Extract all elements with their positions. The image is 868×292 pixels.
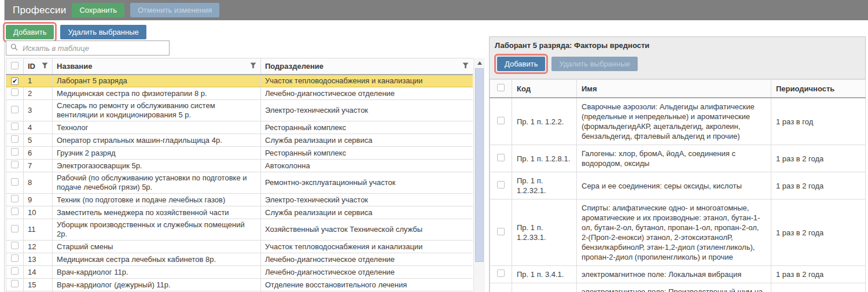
page-title: Профессии	[13, 5, 66, 16]
window-edge-line	[4, 0, 5, 292]
profession-row[interactable]: 15Врач-кардиолог (дежурный) 11р.Отделени…	[6, 279, 473, 291]
harmful-factors-table-body: Пр. 1 п. 1.2.2.Сварочные аэрозоли: Альде…	[490, 98, 866, 292]
row-checkbox[interactable]	[497, 269, 505, 277]
table-search-box	[6, 40, 170, 56]
harmful-factor-row[interactable]: Пр. 1 п. 1.2.33.1.Спирты: алифатические …	[490, 199, 866, 266]
profession-row[interactable]: 5Оператор стиральных машин-гладильщица 4…	[6, 134, 473, 147]
profession-name: Технолог	[53, 121, 261, 134]
row-checkbox[interactable]	[11, 106, 19, 113]
row-checkbox[interactable]	[11, 148, 19, 156]
harmful-factor-row[interactable]: Пр. 1 п. 1.2.8.1.Галогены: хлор, бромА, …	[490, 145, 866, 172]
harmful-factor-row[interactable]: Пр. 1 п. 1.2.32.1.Сера и ее соединения: …	[490, 172, 866, 199]
row-checkbox[interactable]	[11, 178, 19, 186]
profession-department: Лечебно-диагностическое отделение	[261, 253, 473, 266]
row-checkbox[interactable]	[11, 208, 19, 215]
column-header-code: Код	[512, 80, 577, 98]
harmful-factors-header: Лаборант 5 разряда: Факторы вредности До…	[490, 37, 865, 79]
profession-id: 13	[24, 253, 53, 266]
row-checkbox[interactable]	[11, 161, 19, 168]
profession-department: Участок тепловодоснабжения и канализации	[261, 75, 473, 87]
scroll-up-button[interactable]	[474, 58, 485, 68]
filter-icon[interactable]	[42, 62, 48, 71]
cancel-changes-button[interactable]: Отменить изменения	[130, 3, 219, 17]
row-checkbox[interactable]: ✔	[11, 77, 19, 85]
profession-row[interactable]: 4ТехнологРесторанный комплекс	[6, 121, 473, 134]
profession-id: 7	[24, 160, 53, 172]
row-checkbox[interactable]	[11, 280, 19, 287]
delete-selected-factors-button[interactable]: Удалить выбранные	[551, 57, 637, 71]
scroll-up-icon	[477, 61, 482, 65]
profession-id: 15	[24, 279, 53, 291]
profession-name: Медицинская сестра лечебных кабинетов 8р…	[53, 253, 261, 266]
profession-row[interactable]: 8Рабочий (по обслуживанию установки по п…	[6, 172, 473, 194]
select-all-checkbox[interactable]	[11, 62, 19, 69]
harmful-factors-table: Код Имя Периодичность Пр. 1 п. 1.2.2.Сва…	[490, 79, 866, 292]
profession-row[interactable]: 3Слесарь по ремонту и обслуживанию систе…	[6, 100, 473, 121]
factor-name: Сварочные аэрозоли: Альдегиды алифатичес…	[577, 98, 771, 145]
profession-name: Врач-кардиолог (дежурный) 11р.	[53, 279, 261, 291]
professions-toolbar: Добавить Удалить выбранные	[3, 22, 146, 42]
profession-id: 10	[24, 206, 53, 219]
profession-id: 12	[24, 241, 53, 253]
scrollbar-thumb[interactable]	[475, 68, 484, 262]
profession-row[interactable]: 9Техник (по подготовке и подаче лечебных…	[6, 194, 473, 206]
profession-row[interactable]: 14Врач-кардиолог 11р.Лечебно-диагностиче…	[6, 266, 473, 279]
harmful-factor-row[interactable]: Пр. 1 п. 1.2.2.Сварочные аэрозоли: Альде…	[490, 98, 866, 145]
row-checkbox[interactable]	[11, 242, 19, 249]
profession-row[interactable]: 2Медицинская сестра по физиотерапии 8 р.…	[6, 87, 473, 100]
row-checkbox[interactable]	[497, 181, 505, 188]
profession-department: Ресторанный комплекс	[261, 147, 473, 160]
profession-department: Участок тепловодоснабжения и канализации	[261, 241, 473, 253]
professions-table: ID Название Подразделение ✔1Лаборант 5 р…	[6, 58, 473, 292]
profession-row[interactable]: ✔1Лаборант 5 разрядаУчасток тепловодосна…	[6, 75, 473, 87]
harmful-factor-row[interactable]: Пр. 1 п. 3.5.электромагнитное поле: Прои…	[490, 283, 866, 292]
harmful-factor-row[interactable]: Пр. 1 п. 3.4.1.электромагнитное поле: Ло…	[490, 266, 866, 283]
factor-name: Сера и ее соединения: серы оксиды, кисло…	[577, 172, 771, 199]
app-window: Профессии Сохранить Отменить изменения Д…	[0, 0, 868, 292]
harmful-factors-panel: Лаборант 5 разряда: Факторы вредности До…	[489, 36, 866, 292]
select-all-checkbox[interactable]	[497, 84, 505, 91]
factor-periodicity: 1 раз в 2 года	[771, 172, 866, 199]
harmful-factors-title: Лаборант 5 разряда: Факторы вредности	[495, 41, 860, 50]
row-checkbox[interactable]	[11, 135, 19, 143]
profession-department: Служба реализации и сервиса	[261, 134, 473, 147]
factor-periodicity: 1 раз в 2 года	[771, 199, 866, 266]
profession-row[interactable]: 7Электрогазосварщик 5р.Автоколонна	[6, 160, 473, 172]
row-checkbox[interactable]	[497, 117, 505, 124]
search-input[interactable]	[21, 43, 165, 53]
profession-row[interactable]: 11Уборщик производственных и служебных п…	[6, 219, 473, 241]
factor-code: Пр. 1 п. 3.4.1.	[512, 266, 577, 283]
save-button[interactable]: Сохранить	[72, 3, 124, 17]
profession-department: Электро-технический участок	[261, 100, 473, 121]
profession-row[interactable]: 12Старший сменыУчасток тепловодоснабжени…	[6, 241, 473, 253]
factor-code: Пр. 1 п. 1.2.33.1.	[512, 199, 577, 266]
filter-icon[interactable]	[250, 62, 256, 71]
add-profession-button[interactable]: Добавить	[6, 25, 54, 39]
profession-name: Электрогазосварщик 5р.	[53, 160, 261, 172]
delete-selected-professions-button[interactable]: Удалить выбранные	[60, 25, 146, 39]
profession-row[interactable]: 6Грузчик 2 разрядРесторанный комплекс	[6, 147, 473, 160]
row-checkbox[interactable]	[11, 123, 19, 130]
row-checkbox[interactable]	[497, 228, 505, 235]
profession-id: 6	[24, 147, 53, 160]
row-checkbox[interactable]	[11, 195, 19, 202]
profession-department: Ремонтно-эксплуатационный участок	[261, 172, 473, 194]
column-header-department: Подразделение	[265, 62, 323, 71]
factor-name: Галогены: хлор, бромА, йодА, соединения …	[577, 145, 771, 172]
column-header-factor-name: Имя	[577, 80, 771, 98]
search-icon	[10, 43, 18, 53]
factor-periodicity: 1 раз в 2 года	[771, 266, 866, 283]
profession-row[interactable]: 13Медицинская сестра лечебных кабинетов …	[6, 253, 473, 266]
row-checkbox[interactable]	[11, 267, 19, 275]
row-checkbox[interactable]	[11, 254, 19, 262]
factor-code: Пр. 1 п. 1.2.32.1.	[512, 172, 577, 199]
factor-code: Пр. 1 п. 3.5.	[512, 283, 577, 292]
profession-row[interactable]: 10Заместитель менеджера по хозяйственной…	[6, 206, 473, 219]
filter-icon[interactable]	[462, 62, 469, 71]
vertical-scrollbar[interactable]	[473, 58, 485, 292]
column-header-id: ID	[28, 62, 35, 71]
add-factor-button[interactable]: Добавить	[497, 57, 545, 71]
row-checkbox[interactable]	[11, 88, 19, 96]
row-checkbox[interactable]	[497, 154, 505, 161]
row-checkbox[interactable]	[11, 225, 19, 232]
